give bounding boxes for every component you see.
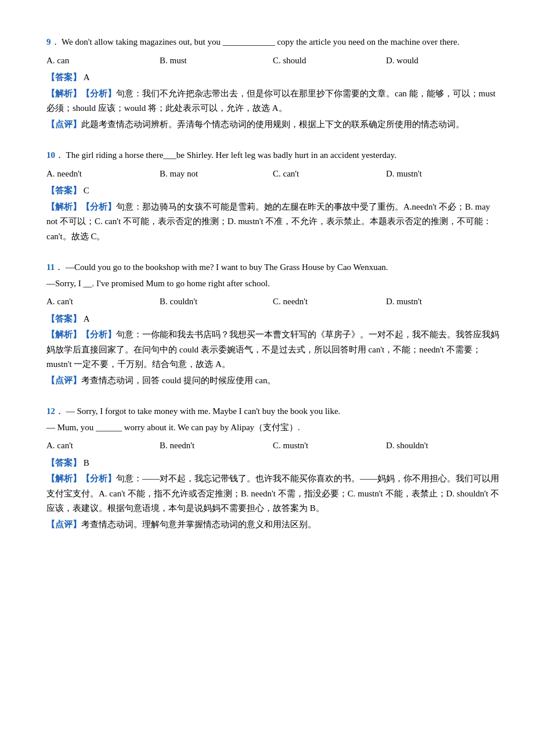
question-12-choices: A. can't B. needn't C. mustn't D. should… [46, 438, 499, 453]
choice-12-d: D. shouldn't [386, 438, 499, 453]
choice-9-b: B. must [160, 53, 273, 69]
question-9-answer: 【答案】 A [46, 70, 499, 85]
question-10-text: 10． The girl riding a horse there___be S… [46, 148, 499, 163]
choice-9-c: C. should [273, 53, 386, 69]
question-12-number: 12 [46, 406, 55, 416]
question-10-analysis: 【解析】【分析】句意：那边骑马的女孩不可能是雪莉。她的左腿在昨天的事故中受了重伤… [46, 200, 499, 244]
question-12-analysis: 【解析】【分析】句意：——对不起，我忘记带钱了。也许我不能买你喜欢的书。——妈妈… [46, 471, 499, 516]
choice-10-c: C. can't [273, 167, 386, 182]
choice-10-a: A. needn't [46, 167, 160, 182]
choice-11-a: A. can't [46, 294, 160, 309]
question-12: 12． — Sorry, I forgot to take money with… [46, 404, 499, 532]
question-12-text-line1: 12． — Sorry, I forgot to take money with… [46, 404, 499, 419]
question-9-number: 9 [46, 37, 51, 46]
question-12-text-line2: — Mum, you ______ worry about it. We can… [46, 420, 499, 435]
question-9-text: 9． We don't allow taking magazines out, … [46, 35, 499, 50]
question-9-choices: A. can B. must C. should D. would [46, 53, 499, 69]
question-9-comment: 【点评】此题考查情态动词辨析。弄清每个情态动词的使用规则，根据上下文的联系确定所… [46, 117, 499, 132]
choice-10-b: B. may not [160, 167, 273, 182]
question-9: 9． We don't allow taking magazines out, … [46, 35, 499, 132]
choice-12-c: C. mustn't [273, 438, 386, 453]
choice-9-a: A. can [46, 53, 160, 69]
question-12-answer: 【答案】 B [46, 456, 499, 471]
choice-11-b: B. couldn't [160, 294, 273, 309]
choice-12-b: B. needn't [160, 438, 273, 453]
question-10-answer: 【答案】 C [46, 183, 499, 199]
question-11-analysis: 【解析】【分析】句意：一你能和我去书店吗？我想买一本曹文轩写的《草房子》。一对不… [46, 327, 499, 372]
choice-11-c: C. needn't [273, 294, 386, 309]
question-10: 10． The girl riding a horse there___be S… [46, 148, 499, 244]
question-11-text-line2: —Sorry, I __. I've promised Mum to go ho… [46, 276, 499, 291]
choice-9-d: D. would [386, 53, 499, 69]
question-10-number: 10 [46, 150, 55, 160]
question-11-number: 11 [46, 262, 55, 272]
question-12-comment: 【点评】考查情态动词。理解句意并掌握情态动词的意义和用法区别。 [46, 517, 499, 532]
question-11-text-line1: 11． —Could you go to the bookshop with m… [46, 260, 499, 275]
choice-11-d: D. mustn't [386, 294, 499, 309]
question-11-comment: 【点评】考查情态动词，回答 could 提问的时候应使用 can。 [46, 373, 499, 388]
question-11-choices: A. can't B. couldn't C. needn't D. mustn… [46, 294, 499, 309]
question-9-analysis: 【解析】【分析】句意：我们不允许把杂志带出去，但是你可以在那里抄下你需要的文章。… [46, 87, 499, 116]
choice-12-a: A. can't [46, 438, 160, 453]
choice-10-d: D. mustn't [386, 167, 499, 182]
question-10-choices: A. needn't B. may not C. can't D. mustn'… [46, 167, 499, 182]
question-11-answer: 【答案】 A [46, 312, 499, 327]
question-11: 11． —Could you go to the bookshop with m… [46, 260, 499, 388]
